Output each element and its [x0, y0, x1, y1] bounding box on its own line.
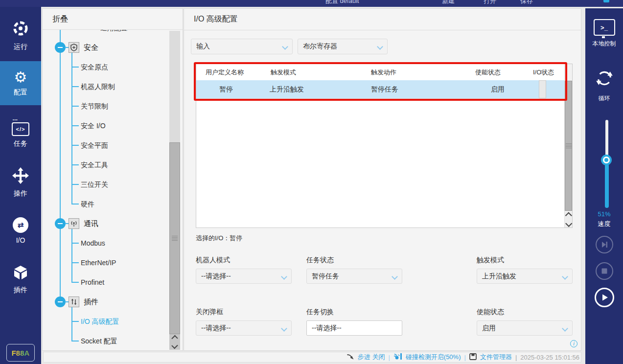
table-scrollbar-arrows[interactable]	[565, 211, 572, 228]
task-switch-value: --请选择--	[312, 324, 342, 333]
save-button[interactable]: 保存	[520, 0, 533, 5]
table-scrollbar[interactable]	[564, 64, 572, 228]
col-header-enable-state: 使能状态	[475, 64, 501, 80]
tree-item-safety-io[interactable]: 安全 I/O	[81, 120, 106, 132]
nav-item-operate[interactable]: 操作	[0, 163, 41, 202]
switches-icon	[69, 296, 79, 307]
info-icon[interactable]: i	[570, 340, 577, 347]
antenna-icon	[69, 218, 79, 229]
robot-model-badge[interactable]: F88A	[6, 344, 35, 362]
nav-item-task[interactable]: </> 任务	[0, 115, 41, 155]
status-separator: |	[464, 354, 466, 361]
chevron-down-icon	[281, 273, 287, 280]
tree-group-safety[interactable]: 安全	[84, 42, 98, 53]
new-button[interactable]: 新建	[442, 0, 455, 5]
tree-connector	[71, 204, 79, 205]
scroll-up-icon[interactable]	[171, 335, 178, 341]
chevron-down-icon	[281, 325, 287, 332]
enable-state-dropdown[interactable]: 启用	[477, 320, 573, 336]
chevron-down-icon	[377, 44, 383, 50]
speed-slider-track-lower[interactable]	[605, 164, 609, 208]
nav-item-io[interactable]: ⇄ I/O	[0, 211, 41, 250]
tree-scrollbar-thumb[interactable]	[169, 142, 180, 334]
scroll-up-icon[interactable]	[565, 212, 572, 219]
tree-connector	[71, 106, 79, 107]
tree-item-hardware[interactable]: 硬件	[81, 198, 94, 210]
io-state-checkbox[interactable]	[539, 80, 546, 98]
tree-connector	[71, 321, 79, 322]
step-mode-icon	[346, 353, 354, 362]
left-nav-sidebar: 运行 ⚙ 配置 </> 任务 操作 ⇄ I/O 插件 F88A	[0, 7, 41, 364]
collapse-toggle-plugins[interactable]	[55, 296, 66, 307]
col-header-name: 用户定义名称	[206, 64, 244, 80]
step-next-button[interactable]	[596, 236, 613, 253]
file-manager-button[interactable]: 文件管理器	[480, 353, 512, 362]
loop-label: 循环	[599, 94, 610, 103]
tree-item-partial[interactable]: 通用配置	[100, 30, 128, 34]
shield-icon	[69, 42, 79, 53]
table-row-pause[interactable]: 暂停 上升沿触发 暂停任务 启用	[196, 80, 572, 98]
status-timestamp: 2025-03-25 15:01:56	[520, 354, 579, 361]
collision-detect-status[interactable]: 碰撞检测开启(50%)	[406, 353, 461, 362]
tree-item-joint-limit[interactable]: 关节限制	[81, 100, 108, 112]
task-state-dropdown[interactable]: 暂停任务	[306, 269, 402, 284]
robot-mode-value: --请选择--	[201, 272, 231, 281]
speed-slider-handle[interactable]	[601, 155, 612, 165]
speed-percent: 51%	[585, 210, 623, 218]
scroll-down-icon[interactable]	[565, 220, 572, 227]
play-button[interactable]	[595, 288, 614, 307]
tree-item-io-advanced-config[interactable]: I/O 高级配置	[81, 316, 119, 327]
task-switch-dropdown[interactable]: --请选择--	[306, 320, 402, 336]
robot-mode-label: 机器人模式	[196, 256, 230, 265]
register-type-dropdown[interactable]: 布尔寄存器	[298, 39, 388, 54]
tree-scrollbar[interactable]	[169, 31, 180, 350]
trigger-mode-dropdown[interactable]: 上升沿触发	[477, 269, 573, 284]
table-scrollbar-thumb[interactable]	[565, 81, 572, 211]
collapse-toggle-comm[interactable]	[55, 218, 66, 229]
tree-branch-line	[71, 307, 72, 341]
nav-item-plugin[interactable]: 插件	[0, 260, 41, 299]
tree-item-profinet[interactable]: Profinet	[81, 276, 104, 288]
nav-item-config[interactable]: ⚙ 配置	[0, 61, 41, 105]
tree-connector	[71, 184, 79, 185]
step-mode-status[interactable]: 步进 关闭	[358, 353, 385, 362]
col-header-trigger-action: 触发动作	[371, 64, 396, 80]
io-type-dropdown[interactable]: 输入	[191, 39, 293, 54]
right-control-sidebar: >_ 本地控制 循环 51% 速度	[585, 8, 623, 364]
run-icon	[12, 20, 29, 39]
cell-enable: 启用	[491, 80, 505, 98]
tree-item-ethernet-ip[interactable]: EtherNet/IP	[81, 257, 116, 269]
tree-item-safety-plane[interactable]: 安全平面	[81, 139, 108, 151]
local-control-button[interactable]: >_ 本地控制	[585, 19, 623, 48]
close-popup-dropdown[interactable]: --请选择--	[196, 320, 292, 336]
speed-slider-track-upper[interactable]	[605, 120, 608, 159]
open-button[interactable]: 打开	[484, 0, 496, 5]
stop-button[interactable]	[596, 262, 613, 280]
nav-label-run: 运行	[14, 43, 27, 51]
page-title: I/O 高级配置	[184, 9, 581, 30]
tree-connector	[71, 282, 79, 283]
collapse-button[interactable]: 折叠	[43, 9, 183, 30]
chevron-down-icon	[562, 273, 568, 280]
tree-scrollbar-arrows[interactable]	[169, 334, 180, 350]
tree-item-modbus[interactable]: Modbus	[81, 237, 105, 249]
project-name-fragment: 配置 default	[325, 0, 359, 5]
nav-item-run[interactable]: 运行	[0, 16, 41, 55]
enable-state-label: 使能状态	[477, 308, 504, 317]
tree-group-comm[interactable]: 通讯	[84, 218, 98, 229]
tree-item-safety-home[interactable]: 安全原点	[81, 61, 108, 73]
loop-button[interactable]: 循环	[585, 68, 623, 103]
chevron-down-icon	[562, 325, 568, 332]
tree-item-three-position-switch[interactable]: 三位开关	[81, 179, 108, 190]
config-tree: 通用配置 安全 安全原点 机器人限制 关节限制 安全 I/O 安全平面 安全工具	[43, 30, 183, 350]
tree-item-robot-limit[interactable]: 机器人限制	[81, 81, 115, 92]
tree-group-plugins[interactable]: 插件	[84, 296, 98, 308]
user-icon[interactable]	[603, 0, 609, 2]
tree-item-safety-tool[interactable]: 安全工具	[81, 159, 108, 171]
play-icon	[600, 293, 609, 302]
collapse-toggle-safety[interactable]	[55, 42, 66, 53]
tree-branch-line	[71, 229, 72, 283]
scroll-down-icon[interactable]	[171, 342, 178, 349]
tree-item-socket-config[interactable]: Socket 配置	[81, 335, 117, 347]
robot-mode-dropdown[interactable]: --请选择--	[196, 269, 292, 284]
